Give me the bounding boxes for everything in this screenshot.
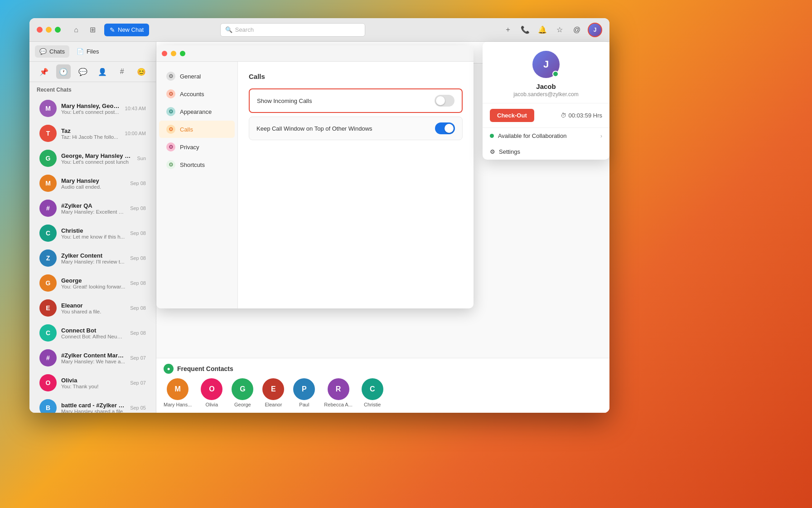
files-label: Files: [87, 48, 99, 55]
chat-list-item[interactable]: C Christie You: Let me know if this h...…: [32, 221, 153, 245]
modal-max-btn[interactable]: [180, 51, 185, 56]
chat-avatar: M: [39, 175, 57, 192]
new-chat-button[interactable]: ✎ New Chat: [104, 24, 149, 36]
chat-list-item[interactable]: G George You: Great! looking forwar... S…: [32, 271, 153, 295]
window-buttons: [37, 27, 61, 33]
chat-info: #Zylker Content Marketing Dep... Mary Ha…: [61, 352, 126, 364]
chat-list-item[interactable]: # #Zylker QA Mary Hansley: Excellent w..…: [32, 196, 153, 220]
checkout-row: Check-Out ⏱ 00:03:59 Hrs: [490, 109, 602, 122]
sidebar-item-files[interactable]: 📄 Files: [72, 45, 103, 58]
chat-time: Sep 08: [130, 181, 146, 186]
fc-contact-item[interactable]: M Mary Hans...: [164, 378, 192, 407]
chat-preview: You: Let's connect post lunch: [61, 159, 132, 165]
person-icon-btn[interactable]: 👤: [95, 64, 110, 79]
chat-avatar: M: [39, 100, 57, 117]
settings-gear-icon: ⚙: [490, 148, 495, 155]
settings-item-general[interactable]: ⚙ General: [159, 68, 235, 85]
search-bar[interactable]: 🔍 Search: [220, 23, 365, 37]
settings-item-accounts[interactable]: ⚙ Accounts: [159, 85, 235, 103]
chat-list-item[interactable]: B battle card - #Zylker Content M... Mar…: [32, 396, 153, 413]
hash-icon-btn[interactable]: #: [115, 64, 129, 79]
chat-list-item[interactable]: T Taz Taz: Hi Jacob The follo... 10:00 A…: [32, 121, 153, 146]
pin-icon-btn[interactable]: 📌: [37, 64, 51, 79]
fc-avatar: O: [201, 378, 222, 400]
chat-list-item[interactable]: Z Zylker Content Mary Hansley: I'll revi…: [32, 246, 153, 270]
sidebar-item-chats[interactable]: 💬 Chats: [35, 45, 69, 58]
settings-menu-item[interactable]: ⚙ Settings: [483, 144, 609, 160]
emoji-icon-btn[interactable]: 😊: [134, 64, 149, 79]
chat-preview: You: Thank you!: [61, 384, 126, 389]
fc-avatar: G: [232, 378, 253, 400]
fc-contact-item[interactable]: R Rebecca A...: [324, 378, 352, 407]
chat-name: Taz: [61, 127, 121, 134]
settings-item-label: Accounts: [180, 91, 204, 98]
fc-contact-item[interactable]: E Eleanor: [262, 378, 284, 407]
chat-preview: You shared a file.: [61, 309, 126, 314]
availability-menu-item[interactable]: Available for Collaboration ›: [483, 128, 609, 144]
clock-icon-btn[interactable]: 🕐: [56, 64, 71, 79]
settings-item-label: General: [180, 73, 201, 80]
chat-list-item[interactable]: C Connect Bot Connect Bot: Alfred Neum..…: [32, 321, 153, 345]
close-btn[interactable]: [37, 27, 43, 33]
chat-name: Christie: [61, 227, 126, 234]
chat-list-item[interactable]: # #Zylker Content Marketing Dep... Mary …: [32, 346, 153, 370]
fc-contact-item[interactable]: G George: [232, 378, 253, 407]
settings-label: Settings: [499, 148, 520, 155]
fc-contact-item[interactable]: O Olivia: [201, 378, 222, 407]
toggle-knob: [436, 96, 445, 105]
phone-icon[interactable]: 📞: [519, 24, 532, 36]
fc-contact-name: George: [234, 402, 251, 407]
chat-list-item[interactable]: O Olivia You: Thank you! Sep 07: [32, 371, 153, 395]
home-icon[interactable]: ⌂: [70, 24, 82, 36]
settings-item-calls[interactable]: ⚙ Calls: [159, 121, 235, 138]
chat-avatar: O: [39, 374, 57, 391]
fc-avatar: M: [167, 378, 188, 400]
chat-list-item[interactable]: M Mary Hansley, George & Jacob You: Let'…: [32, 96, 153, 121]
sidebar-icon-row: 📌 🕐 💬 👤 # 😊: [29, 62, 156, 82]
star-icon[interactable]: ☆: [553, 24, 566, 36]
search-icon: 🔍: [225, 26, 232, 33]
chat-info: Mary Hansley Audio call ended.: [61, 177, 126, 190]
online-badge: [552, 71, 559, 77]
settings-item-shortcuts[interactable]: ⚙ Shortcuts: [159, 156, 235, 173]
show-incoming-toggle[interactable]: [435, 95, 454, 107]
fc-contact-item[interactable]: C Christie: [362, 378, 383, 407]
notification-icon[interactable]: 🔔: [536, 24, 549, 36]
add-icon[interactable]: ＋: [502, 24, 514, 36]
chat-preview: Taz: Hi Jacob The follo...: [61, 134, 121, 140]
title-bar: ⌂ ⊞ ✎ New Chat 🔍 Search ＋ 📞 🔔 ☆ @ J: [29, 18, 609, 42]
maximize-btn[interactable]: [55, 27, 61, 33]
modal-min-btn[interactable]: [171, 51, 176, 56]
user-avatar-button[interactable]: J: [588, 23, 602, 37]
chat-list-item[interactable]: M Mary Hansley Audio call ended. Sep 08: [32, 171, 153, 195]
checkout-button[interactable]: Check-Out: [490, 109, 534, 122]
modal-close-btn[interactable]: [162, 51, 167, 56]
settings-item-privacy[interactable]: ⚙ Privacy: [159, 138, 235, 156]
toolbar-right: ＋ 📞 🔔 ☆ @ J: [502, 23, 602, 37]
settings-item-appearance[interactable]: ⚙ Appearance: [159, 103, 235, 120]
at-icon[interactable]: @: [570, 24, 583, 36]
settings-appearance-icon: ⚙: [166, 107, 175, 116]
show-incoming-label: Show Incoming Calls: [257, 98, 312, 104]
chat-time: Sep 07: [130, 380, 146, 386]
fc-contact-item[interactable]: P Paul: [293, 378, 315, 407]
chat-time: Sep 08: [130, 305, 146, 311]
settings-item-label: Calls: [180, 126, 193, 133]
chat-info: battle card - #Zylker Content M... Mary …: [61, 402, 126, 413]
fc-title: Frequent Contacts: [177, 365, 233, 372]
chat-name: Mary Hansley, George & Jacob: [61, 103, 121, 109]
fc-avatar: E: [262, 378, 284, 400]
chat-list-item[interactable]: G George, Mary Hansley & Jacob You: Let'…: [32, 146, 153, 171]
minimize-btn[interactable]: [46, 27, 52, 33]
message-icon-btn[interactable]: 💬: [76, 64, 90, 79]
chat-avatar: G: [39, 150, 57, 167]
chat-time: Sep 08: [130, 280, 146, 286]
chat-preview: Connect Bot: Alfred Neum...: [61, 334, 126, 339]
chat-preview: Mary Hansley: Excellent w...: [61, 209, 126, 215]
search-placeholder: Search: [235, 26, 254, 33]
keep-window-toggle[interactable]: [435, 122, 455, 134]
sidebar-toggle-icon[interactable]: ⊞: [86, 24, 99, 36]
chat-time: 10:43 AM: [125, 106, 146, 111]
chat-list-item[interactable]: E Eleanor You shared a file. Sep 08: [32, 296, 153, 320]
profile-popup: J Jacob jacob.sanders@zylker.com Check-O…: [483, 42, 609, 160]
